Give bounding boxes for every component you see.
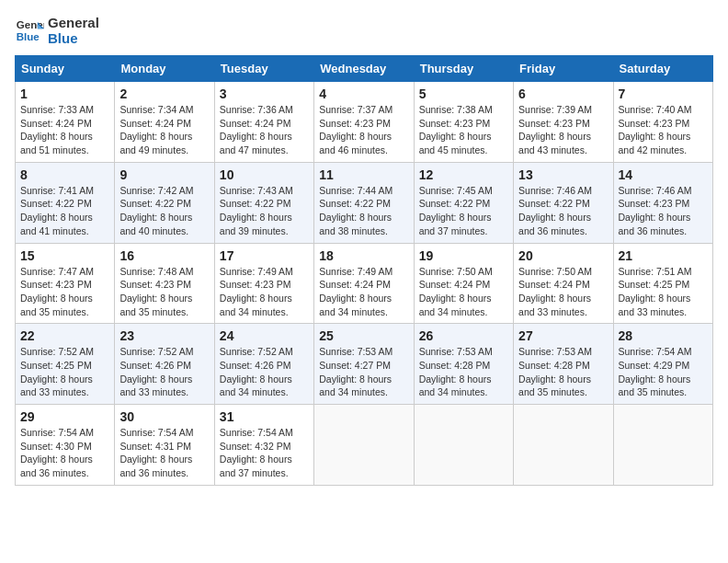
day-number: 13 <box>518 167 608 182</box>
day-number: 30 <box>119 409 209 424</box>
day-info: Sunrise: 7:46 AM Sunset: 4:22 PM Dayligh… <box>518 184 608 238</box>
day-info: Sunrise: 7:52 AM Sunset: 4:25 PM Dayligh… <box>20 345 109 399</box>
day-number: 2 <box>119 86 209 101</box>
day-number: 14 <box>619 167 708 182</box>
day-cell-29: 29Sunrise: 7:54 AM Sunset: 4:30 PM Dayli… <box>16 405 115 486</box>
day-cell-13: 13Sunrise: 7:46 AM Sunset: 4:22 PM Dayli… <box>514 162 613 243</box>
day-info: Sunrise: 7:51 AM Sunset: 4:25 PM Dayligh… <box>619 265 708 319</box>
day-number: 6 <box>518 86 608 101</box>
day-info: Sunrise: 7:36 AM Sunset: 4:24 PM Dayligh… <box>220 103 309 157</box>
day-number: 9 <box>119 167 209 182</box>
day-number: 15 <box>20 248 109 263</box>
day-number: 16 <box>119 248 209 263</box>
day-cell-5: 5Sunrise: 7:38 AM Sunset: 4:23 PM Daylig… <box>414 82 513 163</box>
day-cell-6: 6Sunrise: 7:39 AM Sunset: 4:23 PM Daylig… <box>514 82 613 163</box>
logo-icon: General Blue <box>15 16 44 45</box>
weekday-sunday: Sunday <box>16 56 115 82</box>
day-info: Sunrise: 7:48 AM Sunset: 4:23 PM Dayligh… <box>119 265 209 319</box>
day-info: Sunrise: 7:44 AM Sunset: 4:22 PM Dayligh… <box>319 184 408 238</box>
day-info: Sunrise: 7:37 AM Sunset: 4:23 PM Dayligh… <box>319 103 408 157</box>
day-info: Sunrise: 7:41 AM Sunset: 4:22 PM Dayligh… <box>20 184 109 238</box>
day-number: 12 <box>419 167 508 182</box>
empty-cell <box>314 405 414 486</box>
day-info: Sunrise: 7:52 AM Sunset: 4:26 PM Dayligh… <box>220 345 309 399</box>
day-info: Sunrise: 7:49 AM Sunset: 4:24 PM Dayligh… <box>319 265 408 319</box>
day-number: 27 <box>518 328 608 343</box>
week-row-2: 8Sunrise: 7:41 AM Sunset: 4:22 PM Daylig… <box>16 162 713 243</box>
day-number: 10 <box>220 167 309 182</box>
day-cell-30: 30Sunrise: 7:54 AM Sunset: 4:31 PM Dayli… <box>115 405 214 486</box>
day-number: 29 <box>20 409 109 424</box>
day-info: Sunrise: 7:38 AM Sunset: 4:23 PM Dayligh… <box>419 103 508 157</box>
day-number: 7 <box>619 86 708 101</box>
day-cell-4: 4Sunrise: 7:37 AM Sunset: 4:23 PM Daylig… <box>314 82 414 163</box>
day-cell-8: 8Sunrise: 7:41 AM Sunset: 4:22 PM Daylig… <box>16 162 115 243</box>
day-cell-18: 18Sunrise: 7:49 AM Sunset: 4:24 PM Dayli… <box>314 243 414 324</box>
day-number: 11 <box>319 167 408 182</box>
day-cell-31: 31Sunrise: 7:54 AM Sunset: 4:32 PM Dayli… <box>214 405 313 486</box>
day-cell-20: 20Sunrise: 7:50 AM Sunset: 4:24 PM Dayli… <box>514 243 613 324</box>
day-info: Sunrise: 7:47 AM Sunset: 4:23 PM Dayligh… <box>20 265 109 319</box>
day-info: Sunrise: 7:45 AM Sunset: 4:22 PM Dayligh… <box>419 184 508 238</box>
day-number: 24 <box>220 328 309 343</box>
empty-cell <box>414 405 513 486</box>
day-number: 22 <box>20 328 109 343</box>
day-info: Sunrise: 7:33 AM Sunset: 4:24 PM Dayligh… <box>20 103 109 157</box>
weekday-friday: Friday <box>514 56 613 82</box>
logo-general: General <box>48 15 99 30</box>
day-cell-19: 19Sunrise: 7:50 AM Sunset: 4:24 PM Dayli… <box>414 243 513 324</box>
day-cell-12: 12Sunrise: 7:45 AM Sunset: 4:22 PM Dayli… <box>414 162 513 243</box>
week-row-3: 15Sunrise: 7:47 AM Sunset: 4:23 PM Dayli… <box>16 243 713 324</box>
day-cell-11: 11Sunrise: 7:44 AM Sunset: 4:22 PM Dayli… <box>314 162 414 243</box>
day-info: Sunrise: 7:34 AM Sunset: 4:24 PM Dayligh… <box>119 103 209 157</box>
day-number: 31 <box>220 409 309 424</box>
logo: General Blue General Blue <box>15 15 99 46</box>
svg-text:Blue: Blue <box>17 31 40 42</box>
day-cell-7: 7Sunrise: 7:40 AM Sunset: 4:23 PM Daylig… <box>613 82 712 163</box>
logo-blue: Blue <box>48 30 99 46</box>
weekday-tuesday: Tuesday <box>214 56 313 82</box>
weekday-monday: Monday <box>115 56 214 82</box>
day-number: 18 <box>319 248 408 263</box>
day-number: 20 <box>518 248 608 263</box>
day-cell-15: 15Sunrise: 7:47 AM Sunset: 4:23 PM Dayli… <box>16 243 115 324</box>
day-cell-23: 23Sunrise: 7:52 AM Sunset: 4:26 PM Dayli… <box>115 324 214 405</box>
day-info: Sunrise: 7:43 AM Sunset: 4:22 PM Dayligh… <box>220 184 309 238</box>
day-info: Sunrise: 7:39 AM Sunset: 4:23 PM Dayligh… <box>518 103 608 157</box>
day-info: Sunrise: 7:53 AM Sunset: 4:28 PM Dayligh… <box>419 345 508 399</box>
day-number: 3 <box>220 86 309 101</box>
day-cell-25: 25Sunrise: 7:53 AM Sunset: 4:27 PM Dayli… <box>314 324 414 405</box>
day-cell-17: 17Sunrise: 7:49 AM Sunset: 4:23 PM Dayli… <box>214 243 313 324</box>
day-number: 1 <box>20 86 109 101</box>
day-cell-24: 24Sunrise: 7:52 AM Sunset: 4:26 PM Dayli… <box>214 324 313 405</box>
day-number: 28 <box>619 328 708 343</box>
weekday-header-row: SundayMondayTuesdayWednesdayThursdayFrid… <box>16 56 713 82</box>
day-info: Sunrise: 7:49 AM Sunset: 4:23 PM Dayligh… <box>220 265 309 319</box>
day-number: 26 <box>419 328 508 343</box>
day-cell-2: 2Sunrise: 7:34 AM Sunset: 4:24 PM Daylig… <box>115 82 214 163</box>
calendar-body: 1Sunrise: 7:33 AM Sunset: 4:24 PM Daylig… <box>16 82 713 486</box>
day-cell-26: 26Sunrise: 7:53 AM Sunset: 4:28 PM Dayli… <box>414 324 513 405</box>
day-cell-10: 10Sunrise: 7:43 AM Sunset: 4:22 PM Dayli… <box>214 162 313 243</box>
day-number: 23 <box>119 328 209 343</box>
day-info: Sunrise: 7:54 AM Sunset: 4:30 PM Dayligh… <box>20 426 109 480</box>
day-info: Sunrise: 7:53 AM Sunset: 4:27 PM Dayligh… <box>319 345 408 399</box>
day-cell-3: 3Sunrise: 7:36 AM Sunset: 4:24 PM Daylig… <box>214 82 313 163</box>
week-row-1: 1Sunrise: 7:33 AM Sunset: 4:24 PM Daylig… <box>16 82 713 163</box>
weekday-thursday: Thursday <box>414 56 513 82</box>
day-cell-28: 28Sunrise: 7:54 AM Sunset: 4:29 PM Dayli… <box>613 324 712 405</box>
day-info: Sunrise: 7:54 AM Sunset: 4:31 PM Dayligh… <box>119 426 209 480</box>
day-cell-22: 22Sunrise: 7:52 AM Sunset: 4:25 PM Dayli… <box>16 324 115 405</box>
day-info: Sunrise: 7:52 AM Sunset: 4:26 PM Dayligh… <box>119 345 209 399</box>
day-cell-21: 21Sunrise: 7:51 AM Sunset: 4:25 PM Dayli… <box>613 243 712 324</box>
day-info: Sunrise: 7:42 AM Sunset: 4:22 PM Dayligh… <box>119 184 209 238</box>
day-info: Sunrise: 7:53 AM Sunset: 4:28 PM Dayligh… <box>518 345 608 399</box>
day-cell-1: 1Sunrise: 7:33 AM Sunset: 4:24 PM Daylig… <box>16 82 115 163</box>
day-info: Sunrise: 7:54 AM Sunset: 4:29 PM Dayligh… <box>619 345 708 399</box>
day-number: 17 <box>220 248 309 263</box>
day-number: 8 <box>20 167 109 182</box>
weekday-saturday: Saturday <box>613 56 712 82</box>
day-info: Sunrise: 7:54 AM Sunset: 4:32 PM Dayligh… <box>220 426 309 480</box>
day-number: 21 <box>619 248 708 263</box>
empty-cell <box>514 405 613 486</box>
